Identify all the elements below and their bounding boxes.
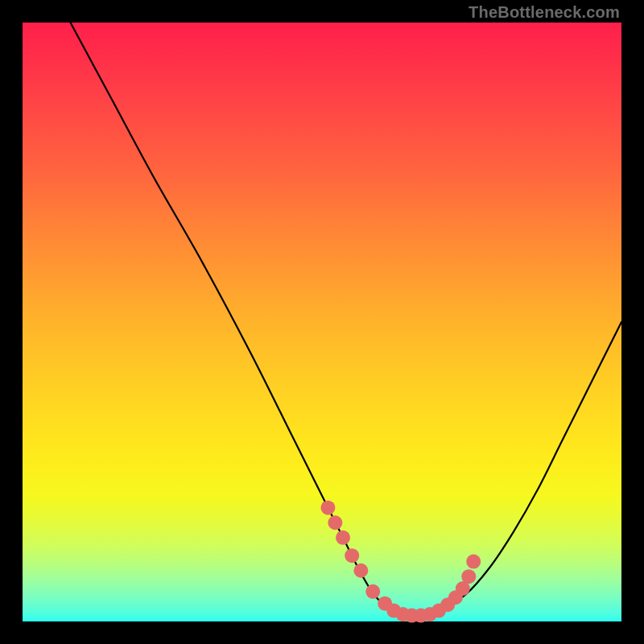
highlight-dot bbox=[345, 548, 359, 563]
highlight-dot bbox=[320, 501, 335, 515]
highlighted-dots-group bbox=[320, 501, 481, 623]
chart-frame bbox=[23, 23, 621, 621]
highlight-dot bbox=[353, 564, 368, 578]
bottleneck-curve bbox=[71, 23, 621, 616]
highlight-dot bbox=[461, 569, 476, 584]
watermark-text: TheBottleneck.com bbox=[469, 3, 620, 22]
chart-svg bbox=[23, 23, 621, 621]
highlight-dot bbox=[328, 515, 342, 530]
highlight-dot bbox=[466, 555, 481, 569]
highlight-dot bbox=[365, 584, 380, 599]
highlight-dot bbox=[336, 530, 350, 545]
